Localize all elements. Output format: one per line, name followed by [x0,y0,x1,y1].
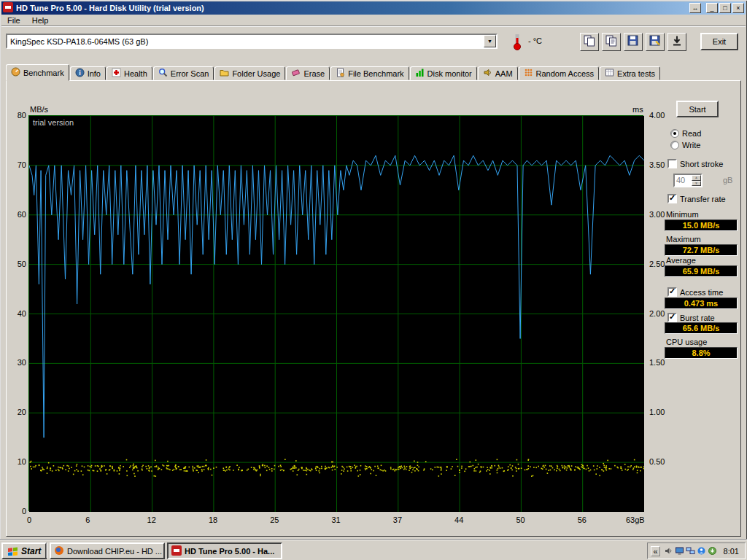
tick-label: 25 [270,516,279,524]
tab-label: Error Scan [171,69,209,78]
save-image-icon [627,34,640,50]
short-stroke-checkbox[interactable] [667,159,677,168]
tab-label: Folder Usage [232,69,280,78]
write-radio[interactable] [670,141,679,149]
tab-label: Random Access [536,69,594,78]
tray-collapse-chevron[interactable]: « [651,546,659,556]
menu-help[interactable]: Help [26,15,55,26]
tab-file-benchmark[interactable]: File Benchmark [330,66,409,80]
access-time-value: 0.473 ms [665,298,738,309]
display-icon[interactable] [674,545,685,556]
tab-aam[interactable]: AAM [478,66,518,80]
tick-label: 2.00 [649,309,665,318]
tab-random-access[interactable]: Random Access [519,66,599,80]
start-button[interactable]: Start [1,542,47,559]
tick-label: 20 [8,408,26,416]
messenger-icon[interactable] [696,545,707,556]
tick-label: 0 [27,516,31,524]
close-button[interactable]: × [732,3,744,13]
toolbar-buttons [580,33,686,51]
transfer-rate-checkbox[interactable] [667,194,677,203]
y-right-axis-label: ms [632,105,643,114]
taskbar-task-1[interactable]: Download CHIP.eu - HD ... [50,542,165,559]
tab-label: File Benchmark [348,69,403,78]
task-label: HD Tune Pro 5.00 - Ha... [185,547,274,556]
network-icon[interactable] [685,545,696,556]
burst-rate-value: 65.6 MB/s [665,322,738,334]
drive-selector[interactable]: KingSpec KSD-PA18.6-064MS (63 gB) ▼ [6,34,498,49]
tick-label: 60 [8,210,26,219]
tab-error-scan[interactable]: Error Scan [153,66,214,80]
copy-text-button[interactable] [602,33,621,51]
tab-erase[interactable]: Erase [286,66,330,80]
dropdown-arrow-icon[interactable]: ▼ [484,35,496,47]
maximum-value: 72.7 MB/s [665,244,738,256]
tab-extra-tests[interactable]: Extra tests [600,66,660,80]
tick-label: 1.50 [649,358,665,367]
access-time-checkbox[interactable] [667,287,677,297]
file-benchmark-icon [336,68,345,79]
short-stroke-spinner[interactable]: 40 [673,174,703,187]
tab-label: Extra tests [617,69,655,78]
maximize-button[interactable]: □ [719,3,731,13]
task-label: Download CHIP.eu - HD ... [67,547,162,556]
tab-info[interactable]: iInfo [70,66,106,80]
tick-label: 37 [393,516,402,524]
tab-benchmark[interactable]: Benchmark [6,64,69,81]
info-icon: i [75,68,85,79]
tick-label: 56 [578,516,587,524]
save-text-button[interactable] [646,33,665,51]
hd-tune-window: HD Tune Pro 5.00 - Hard Disk Utility (tr… [0,0,747,560]
extra-tests-icon [605,68,614,79]
benchmark-chart: trial version [28,115,643,511]
tick-label: 3.00 [649,210,665,219]
save-image-button[interactable] [624,33,643,51]
tick-label: 40 [8,309,26,318]
disk-monitor-icon [415,68,425,79]
tick-label: 0 [8,507,26,516]
tab-disk-monitor[interactable]: Disk monitor [410,66,477,80]
transfer-rate-label: Transfer rate [680,195,726,203]
taskbar-divider [46,543,47,558]
tab-label: AAM [495,69,513,78]
minimum-label: Minimum [666,210,699,219]
taskbar-task-2[interactable]: HD Tune Pro 5.00 - Ha... [167,542,282,559]
volume-icon[interactable] [663,545,674,556]
drive-selector-value: KingSpec KSD-PA18.6-064MS (63 gB) [7,37,484,46]
read-radio-label: Read [682,129,701,138]
window-controls: ↔_□× [689,3,744,13]
benchmark-icon [11,67,20,78]
tick-label: 18 [209,516,217,524]
restore-down-button[interactable]: ↔ [689,3,701,13]
window-title: HD Tune Pro 5.00 - Hard Disk Utility (tr… [16,4,686,12]
titlebar[interactable]: HD Tune Pro 5.00 - Hard Disk Utility (tr… [1,1,746,15]
tick-label: 1.00 [649,408,665,416]
menu-file[interactable]: File [1,15,26,26]
start-benchmark-button[interactable]: Start [676,101,719,117]
read-radio[interactable] [670,129,679,138]
minimize-button[interactable]: _ [706,3,718,13]
erase-icon [291,68,301,79]
copy-image-button[interactable] [580,33,599,51]
burst-rate-label: Burst rate [680,314,715,322]
burst-rate-checkbox[interactable] [667,313,677,322]
average-label: Average [666,256,696,265]
task-buttons: Download CHIP.eu - HD ...HD Tune Pro 5.0… [50,542,282,559]
tick-label: 50 [516,516,525,524]
tick-label: 12 [147,516,156,524]
tab-label: Health [124,69,147,78]
tab-label: Benchmark [23,69,64,77]
tick-label: 31 [332,516,341,524]
tick-label: 44 [454,516,463,524]
updates-icon[interactable] [707,545,718,556]
download-button[interactable] [667,33,686,51]
short-stroke-value: 40 [675,175,692,186]
hdtune-icon [171,545,182,557]
exit-button[interactable]: Exit [700,33,738,50]
tab-health[interactable]: Health [107,66,152,80]
minimum-value: 15.0 MB/s [665,219,738,231]
spinner-arrows-icon[interactable] [692,175,701,186]
tab-bar: BenchmarkiInfoHealthError ScanFolder Usa… [6,63,741,80]
menubar: FileHelp [1,15,746,26]
tab-folder-usage[interactable]: Folder Usage [214,66,285,80]
